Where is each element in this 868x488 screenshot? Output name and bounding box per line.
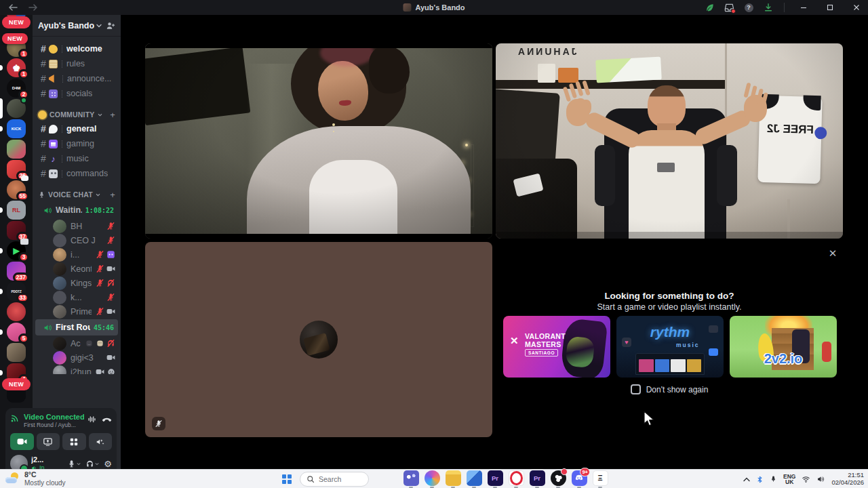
server-kick[interactable]: KICK	[7, 119, 26, 138]
voice-channel-FirstRou[interactable]: First Rou...45:46	[35, 319, 118, 336]
app-icon-paint[interactable]	[466, 470, 482, 488]
soundboard-button[interactable]	[89, 433, 113, 450]
taskbar-search[interactable]: Search	[300, 472, 369, 487]
activities-button[interactable]	[62, 433, 86, 450]
server-header[interactable]: Ayub's Bando	[33, 15, 121, 37]
channel-announce[interactable]: #announce...	[33, 71, 121, 86]
windows-taskbar: 8°C Mostly cloudy Search PrPr9+Ξ ENG UK …	[0, 469, 868, 488]
clock[interactable]: 21:51 02/04/2026	[831, 472, 864, 487]
server-rl[interactable]: RL	[7, 201, 26, 220]
activity-card-2v2[interactable]: 2v2.io	[730, 316, 837, 378]
participant-tile-3[interactable]	[145, 242, 492, 437]
inbox-icon[interactable]	[724, 2, 734, 13]
channel-welcome[interactable]: #welcome	[33, 41, 121, 56]
headphones-button[interactable]	[85, 460, 99, 468]
voice-member[interactable]: Prime...	[33, 304, 121, 319]
voice-member[interactable]: k...	[33, 290, 121, 304]
server-photo-group[interactable]	[7, 140, 26, 159]
leaf-icon[interactable]	[704, 2, 715, 13]
voice-member[interactable]: Ace	[33, 336, 121, 350]
server-olive[interactable]: 1NEW	[7, 38, 26, 57]
channel-music[interactable]: #♪music	[33, 151, 121, 166]
microphone-button[interactable]	[67, 460, 81, 468]
voice-member[interactable]: CEO J	[33, 233, 121, 247]
participant-video-1[interactable]	[145, 43, 492, 239]
invite-people-icon[interactable]	[106, 21, 115, 30]
voice-connected-panel: Video Connected First Round / Ayub... j2…	[5, 408, 117, 479]
voice-member[interactable]: i...	[33, 247, 121, 262]
unread-pip	[0, 289, 3, 294]
channel-general[interactable]: #general	[33, 121, 121, 136]
voice-member[interactable]: Keonte	[33, 262, 121, 276]
close-button[interactable]	[848, 0, 865, 15]
channel-socials[interactable]: #socials	[33, 86, 121, 101]
tray-microphone-icon[interactable]	[770, 475, 777, 483]
channel-name: general	[66, 124, 96, 134]
voice-channel-Waitin[interactable]: Waitin...1:08:22	[35, 202, 118, 218]
minimize-button[interactable]	[795, 0, 812, 15]
channel-name: announce...	[67, 74, 111, 83]
unread-pip	[0, 126, 3, 131]
dont-show-checkbox[interactable]	[631, 384, 641, 394]
capcut-icon: Ξ	[593, 470, 608, 486]
wifi-icon[interactable]	[802, 476, 810, 483]
forward-arrow-icon[interactable]	[28, 4, 38, 11]
maximize-button[interactable]	[821, 0, 839, 15]
language-indicator[interactable]: ENG UK	[783, 474, 795, 485]
speaker-live-icon	[43, 206, 52, 215]
channel-rules[interactable]: #rules	[33, 56, 121, 71]
voice-member[interactable]: BH	[33, 219, 121, 233]
app-icon-premiere-2[interactable]: Pr	[529, 470, 545, 488]
unread-pip	[0, 207, 3, 213]
channel-gaming[interactable]: #gaming	[33, 136, 121, 151]
start-button[interactable]	[278, 470, 296, 488]
tray-chevron-up-icon[interactable]	[743, 477, 750, 482]
activity-card-valorant[interactable]: ✕VALORANTMASTERSSANTIAGO	[503, 316, 610, 378]
disconnect-call-icon[interactable]	[102, 414, 112, 424]
server-dark-red[interactable]: 37	[7, 221, 26, 240]
screenshare-button[interactable]	[37, 433, 60, 450]
voice-member[interactable]: gigi<3	[33, 350, 121, 365]
app-icon-opera[interactable]	[508, 470, 524, 488]
weather-temp: 8°C	[24, 471, 66, 479]
back-arrow-icon[interactable]	[8, 4, 18, 11]
server-crown[interactable]: ♚1	[7, 58, 26, 77]
help-icon[interactable]: ?	[743, 2, 754, 13]
weather-widget[interactable]: 8°C Mostly cloudy	[5, 471, 66, 487]
app-icon-discord[interactable]: 9+	[571, 470, 587, 488]
noise-suppression-icon[interactable]	[87, 415, 96, 424]
app-icon-copilot[interactable]	[424, 470, 440, 488]
server-band[interactable]	[7, 343, 26, 362]
server-pink-cap[interactable]: 5	[7, 323, 26, 342]
voice-chat-section[interactable]: VOICE CHAT+	[33, 188, 121, 201]
channel-commands[interactable]: #commands	[33, 166, 121, 181]
community-section[interactable]: COMMUNITY+	[33, 108, 121, 121]
app-icon-teams[interactable]	[403, 470, 419, 488]
app-icon-explorer[interactable]	[445, 470, 461, 488]
app-icon-premiere[interactable]: Pr	[487, 470, 503, 488]
server-d4m[interactable]: D4M2	[7, 79, 26, 98]
participant-video-2[interactable]: JAHUNNA FREE J2	[496, 43, 843, 239]
server-red-circle[interactable]	[7, 302, 26, 321]
voice-member[interactable]: Kingsle...	[33, 276, 121, 290]
settings-gear-icon[interactable]: ⚙	[104, 459, 112, 469]
activity-card-rythm[interactable]: rythmmusic♥	[616, 316, 724, 378]
server-ayubs-bando[interactable]	[7, 99, 26, 118]
promo-close-icon[interactable]: ✕	[827, 247, 839, 260]
server-orange[interactable]: 55	[7, 180, 26, 199]
server-purple[interactable]: 237	[7, 262, 26, 281]
app-icon-obs[interactable]	[550, 470, 566, 488]
voice-status[interactable]: Video Connected	[24, 413, 84, 421]
voice-member[interactable]: j2hund...	[33, 365, 121, 374]
add-channel-icon[interactable]: +	[110, 190, 115, 200]
volume-icon[interactable]	[816, 475, 825, 483]
bluetooth-icon[interactable]	[756, 475, 764, 484]
username[interactable]: j2...	[31, 456, 45, 464]
server-pdotz[interactable]: PDOTZ33	[7, 282, 26, 301]
camera-button[interactable]	[10, 433, 34, 450]
app-icon-capcut[interactable]: Ξ	[592, 470, 608, 488]
add-channel-icon[interactable]: +	[110, 110, 115, 120]
mic-muted-icon	[106, 293, 115, 302]
server-stream[interactable]: ▶3	[7, 241, 26, 260]
download-update-icon[interactable]	[763, 2, 774, 13]
